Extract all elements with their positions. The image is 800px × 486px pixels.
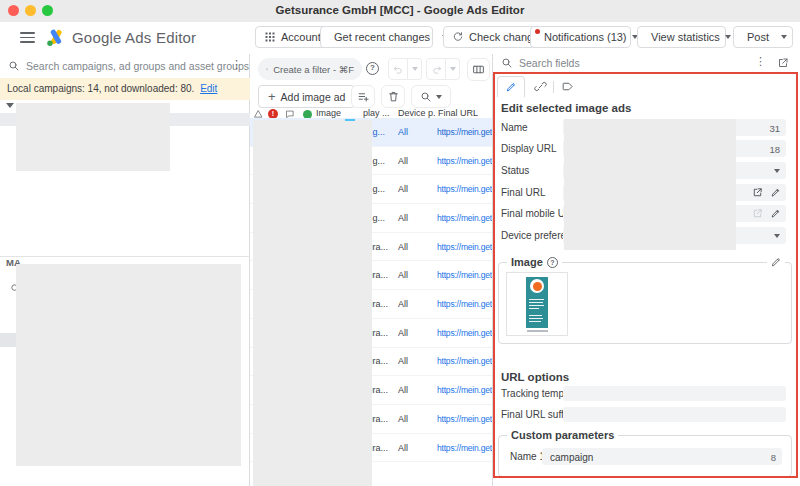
edit-panel: Search fields ⋮ Edit selected image ads …: [492, 54, 800, 486]
get-recent-changes-button[interactable]: Get recent changes: [320, 26, 433, 48]
cell-device: All: [398, 385, 435, 395]
pencil-icon[interactable]: [770, 187, 781, 198]
cell-final[interactable]: https://mein.get: [437, 443, 492, 453]
name1-input[interactable]: campaign 8: [542, 448, 782, 465]
ad-image-thumbnail[interactable]: [506, 272, 568, 336]
open-link-icon: [752, 208, 763, 219]
brand-badge: [533, 282, 542, 291]
char-counter: 31: [769, 123, 780, 134]
chevron-down-icon[interactable]: [725, 35, 731, 39]
field-row-tracking-template: Tracking template: [493, 386, 793, 402]
redacted-field-values: [564, 119, 736, 250]
window-title: Getsurance GmbH [MCC] - Google Ads Edito…: [0, 4, 800, 16]
cell-device: All: [398, 328, 435, 338]
field-search-box[interactable]: Search fields ⋮: [493, 54, 800, 72]
view-statistics-button[interactable]: View statistics: [637, 26, 726, 48]
banner-ad-preview: [526, 277, 548, 328]
redacted-image-column: [253, 120, 372, 486]
refresh-icon: [452, 31, 464, 43]
cell-final[interactable]: https://mein.get: [437, 356, 492, 366]
sort-indicator: [345, 119, 355, 121]
field-search-placeholder: Search fields: [519, 57, 580, 69]
char-counter: 8: [771, 452, 776, 463]
search-icon: [8, 60, 20, 72]
edit-image-button[interactable]: [767, 256, 785, 268]
tab-labels[interactable]: [561, 80, 574, 93]
campaign-search-box[interactable]: Search campaigns, ad groups and asset gr…: [0, 54, 250, 79]
banner-edit-link[interactable]: Edit: [200, 83, 217, 94]
cell-device: All: [398, 414, 435, 424]
cell-device: All: [398, 242, 435, 252]
cell-device: All: [398, 213, 435, 223]
tab-urls[interactable]: [534, 80, 547, 93]
redacted-type-list: [16, 264, 241, 466]
ad-list-panel: Create a filter - ⌘F ? + Add image ad: [250, 54, 492, 486]
cell-final[interactable]: https://mein.get: [437, 184, 492, 194]
cell-device: All: [398, 443, 435, 453]
pencil-icon[interactable]: [770, 208, 781, 219]
cell-device: All: [398, 156, 435, 166]
post-button[interactable]: Post: [733, 26, 793, 48]
cell-final[interactable]: https://mein.get: [437, 127, 492, 137]
final-url-suffix-input[interactable]: [563, 407, 786, 422]
field-row-final-url-suffix: Final URL suffix: [493, 407, 793, 423]
cell-final[interactable]: https://mein.get: [437, 270, 492, 280]
app-brand-title: Google Ads Editor: [72, 29, 196, 46]
local-campaigns-banner: Local campaigns: 14, not downloaded: 80.…: [0, 78, 250, 100]
search-icon: [501, 57, 513, 69]
custom-parameters-section: Custom parameters Name 1 campaign 8: [498, 435, 792, 477]
char-counter: 18: [769, 144, 780, 155]
cell-final[interactable]: https://mein.get: [437, 414, 492, 424]
cell-device: All: [398, 356, 435, 366]
chevron-down-icon: [774, 169, 780, 173]
campaign-tree-panel: Search campaigns, ad groups and asset gr…: [0, 54, 250, 486]
cell-final[interactable]: https://mein.get: [437, 156, 492, 166]
tracking-template-input[interactable]: [563, 386, 786, 401]
pencil-icon: [770, 256, 782, 268]
menu-icon[interactable]: [20, 32, 35, 43]
app-window: Getsurance GmbH [MCC] - Google Ads Edito…: [0, 0, 800, 486]
cell-final[interactable]: https://mein.get: [437, 328, 492, 338]
cell-final[interactable]: https://mein.get: [437, 385, 492, 395]
cell-final[interactable]: https://mein.get: [437, 213, 492, 223]
tab-edit[interactable]: [497, 76, 525, 97]
edit-panel-heading: Edit selected image ads: [501, 102, 631, 114]
name1-value: campaign: [550, 452, 593, 463]
custom-parameters-title: Custom parameters: [507, 429, 618, 441]
accounts-grid-icon: [264, 31, 276, 43]
chevron-down-icon: [774, 234, 780, 238]
kebab-menu-icon[interactable]: ⋮: [231, 60, 242, 70]
cell-device: All: [398, 184, 435, 194]
tree-collapse-icon[interactable]: [6, 103, 14, 108]
kebab-menu-icon[interactable]: ⋮: [755, 57, 766, 67]
panel-divider: [0, 256, 250, 257]
name1-label: Name 1: [510, 451, 545, 462]
edit-panel-tabs: [493, 76, 793, 97]
cell-device: All: [398, 270, 435, 280]
notification-badge-dot: [535, 29, 540, 34]
cell-final[interactable]: https://mein.get: [437, 299, 492, 309]
app-toolbar: Google Ads Editor Accounts Get recent ch…: [0, 22, 800, 55]
cell-final[interactable]: https://mein.get: [437, 242, 492, 252]
cell-device: All: [398, 299, 435, 309]
open-in-window-icon[interactable]: [777, 57, 789, 69]
campaign-search-placeholder: Search campaigns, ad groups and asset gr…: [26, 60, 249, 72]
type-list-selected-edge: [0, 333, 16, 347]
notifications-button[interactable]: Notifications (13): [530, 26, 631, 48]
redacted-campaign-names: [16, 103, 170, 171]
google-ads-logo-icon: [46, 29, 66, 51]
titlebar: Getsurance GmbH [MCC] - Google Ads Edito…: [0, 0, 800, 23]
image-section-title: Image: [511, 256, 543, 268]
pencil-icon: [505, 81, 517, 93]
open-link-icon[interactable]: [752, 187, 763, 198]
cell-device: All: [398, 127, 435, 137]
url-options-heading: URL options: [501, 371, 569, 383]
help-icon[interactable]: ?: [547, 257, 558, 268]
chevron-down-icon[interactable]: [781, 35, 787, 39]
